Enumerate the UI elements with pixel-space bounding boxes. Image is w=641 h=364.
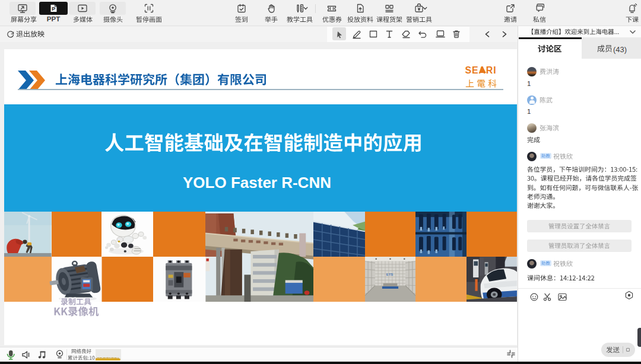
svg-text:P: P [52,6,55,12]
svg-text:ETS: ETS [386,273,394,276]
